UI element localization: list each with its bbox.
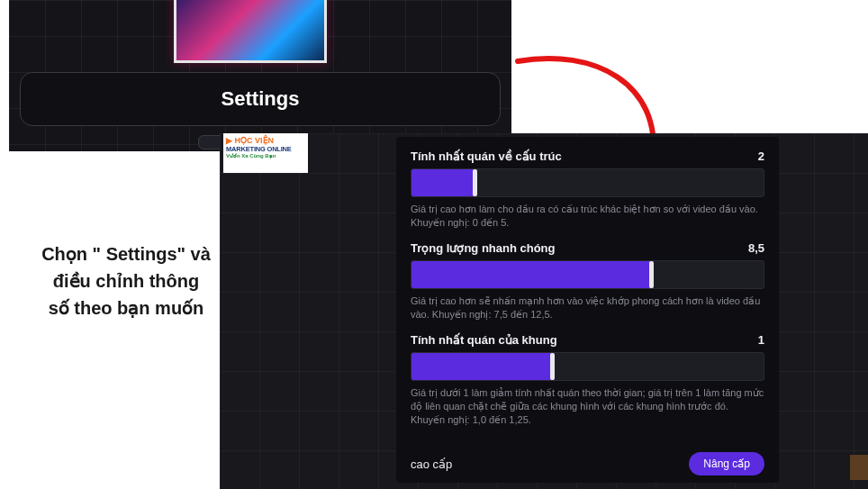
editor-canvas-top: Settings <box>9 0 511 151</box>
slider-description: Giá trị cao hơn làm cho đầu ra có cấu tr… <box>411 203 764 231</box>
settings-sliders-card: Tính nhất quán về cấu trúc2Giá trị cao h… <box>396 137 779 483</box>
slider-thumb[interactable] <box>649 261 654 288</box>
slider-fill <box>411 261 651 288</box>
brand-logo: ▶ HỌC VIỆN MARKETING ONLINE Vươn Xa Cùng… <box>223 133 308 173</box>
slider-value: 2 <box>758 149 764 163</box>
slider-label: Tính nhất quán của khung <box>411 333 557 347</box>
slider-value: 1 <box>758 333 764 347</box>
slider-header: Trọng lượng nhanh chóng8,5 <box>411 241 764 255</box>
slider-block: Tính nhất quán về cấu trúc2Giá trị cao h… <box>411 149 764 231</box>
slider-track[interactable] <box>411 352 764 381</box>
settings-detail-canvas: ▶ HỌC VIỆN MARKETING ONLINE Vươn Xa Cùng… <box>220 133 868 489</box>
video-thumbnail <box>174 0 327 63</box>
footer-plan-label: cao cấp <box>411 457 452 471</box>
upgrade-button[interactable]: Nâng cấp <box>689 452 764 475</box>
slider-value: 8,5 <box>748 241 764 255</box>
slider-description: Giá trị dưới 1 làm giảm tính nhất quán t… <box>411 386 764 428</box>
logo-line-3: Vươn Xa Cùng Bạn <box>226 153 305 159</box>
slider-track[interactable] <box>411 260 764 289</box>
logo-line-2: MARKETING ONLINE <box>226 146 305 153</box>
slider-thumb[interactable] <box>550 353 555 380</box>
slider-label: Trọng lượng nhanh chóng <box>411 241 555 255</box>
slider-description: Giá trị cao hơn sẽ nhấn mạnh hơn vào việ… <box>411 294 764 322</box>
slider-fill <box>411 353 552 380</box>
instruction-text: Chọn " Settings" và điều chỉnh thông số … <box>41 240 212 321</box>
slider-track[interactable] <box>411 168 764 197</box>
slider-block: Trọng lượng nhanh chóng8,5Giá trị cao hơ… <box>411 241 764 322</box>
settings-button[interactable]: Settings <box>20 72 501 126</box>
upgrade-button-label: Nâng cấp <box>703 457 750 470</box>
slider-fill <box>411 169 475 196</box>
slider-header: Tính nhất quán của khung1 <box>411 333 764 347</box>
slider-block: Tính nhất quán của khung1Giá trị dưới 1 … <box>411 333 764 428</box>
slider-label: Tính nhất quán về cấu trúc <box>411 149 562 163</box>
settings-button-label: Settings <box>222 87 300 111</box>
slider-header: Tính nhất quán về cấu trúc2 <box>411 149 764 163</box>
card-footer: cao cấp Nâng cấp <box>411 452 764 475</box>
slider-thumb[interactable] <box>473 169 477 196</box>
decorative-strip <box>850 455 868 480</box>
